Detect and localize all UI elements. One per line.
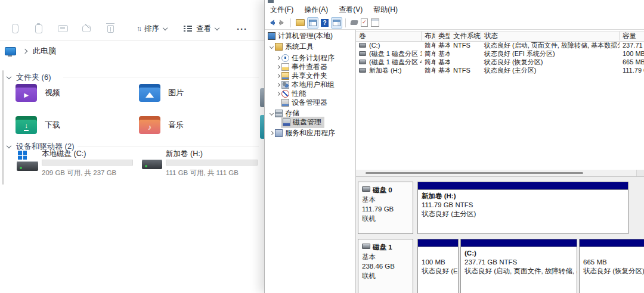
header-capacity[interactable]: 容量 (620, 32, 644, 40)
chevron-right-icon[interactable] (275, 66, 281, 68)
partition-status: 状态良好 (EFI 系统分区) (422, 267, 454, 276)
chevron-right-icon[interactable] (268, 132, 274, 135)
music-note-glyph-icon: ♪ (148, 123, 152, 132)
tree-item-system-tools[interactable]: 系统工具 (265, 42, 355, 51)
chevron-right-icon[interactable] (275, 57, 281, 60)
back-button[interactable] (267, 18, 276, 28)
sort-arrows-icon: ↑↓ (137, 24, 140, 33)
menu-bar: 文件(F) 操作(A) 查看(V) 帮助(H) (265, 4, 403, 15)
capacity-bar (166, 160, 258, 166)
header-status[interactable]: 状态 (481, 32, 620, 40)
show-console-tree-button[interactable] (307, 17, 318, 29)
windows-logo-icon (18, 151, 27, 160)
partition-efi[interactable]: 100 MB 状态良好 (EFI 系统分区) (417, 239, 459, 293)
rename-button[interactable] (55, 21, 70, 36)
folder-label: 图片 (168, 88, 184, 98)
header-type[interactable]: 类型 (435, 32, 450, 40)
copy-button[interactable] (31, 21, 47, 36)
volume-row-c[interactable]: (C:) 简单 基本 NTFS 状态良好 (启动, 页面文件, 故障转储, 基本… (356, 41, 644, 49)
folder-tile-downloads[interactable]: ↓ 下载 (16, 116, 60, 134)
tree-item-services-applications[interactable]: 服务和应用程序 (265, 129, 355, 138)
header-volume[interactable]: 卷 (356, 32, 422, 40)
up-one-level-button[interactable] (295, 18, 305, 28)
sort-button[interactable]: ↑↓ 排序 (131, 20, 172, 37)
partition-h[interactable]: 新加卷 (H:) 111.79 GB NTFS 状态良好 (主分区) (417, 182, 628, 234)
header-layout[interactable]: 布局 (422, 32, 435, 40)
menu-file[interactable]: 文件(F) (265, 4, 299, 16)
partition-title (583, 249, 644, 258)
volume-type: 基本 (435, 66, 450, 74)
volume-fs: NTFS (450, 66, 481, 74)
chevron-right-icon[interactable] (275, 92, 281, 95)
share-icon (82, 26, 91, 32)
help-button[interactable] (320, 18, 329, 28)
toolbar-separator (290, 18, 291, 27)
collapse-chevron-icon[interactable] (7, 143, 11, 148)
tree-item-device-manager[interactable]: 设备管理器 (265, 98, 355, 107)
partition-title: 新加卷 (H:) (422, 192, 624, 201)
chevron-down-icon[interactable] (268, 45, 274, 48)
menu-help[interactable]: 帮助(H) (368, 4, 403, 16)
this-pc-icon[interactable] (5, 47, 16, 55)
disk-icon (362, 244, 370, 249)
chevron-down-icon (163, 25, 168, 30)
collapse-chevron-icon[interactable] (7, 74, 11, 79)
volume-layout: 简单 (422, 58, 435, 66)
refresh-button[interactable] (350, 18, 358, 28)
folder-icon-sliver[interactable] (260, 88, 264, 107)
share-button[interactable] (79, 21, 94, 36)
chevron-right-icon[interactable] (275, 83, 281, 86)
folder-icon-sliver[interactable] (260, 115, 264, 139)
cut-button[interactable] (7, 21, 23, 36)
nav-pane-scrollbar[interactable] (2, 70, 4, 185)
partition-recovery[interactable]: 665 MB 状态良好 (恢复分区) (579, 239, 644, 293)
forward-button[interactable] (278, 18, 287, 28)
volume-row-h[interactable]: 新加卷 (H:) 简单 基本 NTFS 状态良好 (主分区) 111.79 GB (356, 66, 644, 74)
folder-tile-pictures[interactable]: 图片 (139, 84, 184, 102)
partition-c[interactable]: (C:) 237.71 GB NTFS 状态良好 (启动, 页面文件, 故障转储… (460, 239, 577, 293)
view-button[interactable]: 查看 (178, 20, 224, 37)
disk-size: 111.79 GB (362, 204, 411, 214)
menu-action[interactable]: 操作(A) (299, 4, 333, 16)
disk-type: 基本 (362, 252, 411, 261)
tree-item-event-viewer[interactable]: 事件查看器 (265, 63, 355, 71)
partition-info: 665 MB (583, 258, 644, 267)
console-tree: 计算机管理(本地) 系统工具 任务计划程序 事件查看器 (265, 30, 355, 293)
see-more-button[interactable]: ··· (231, 20, 253, 37)
chevron-down-icon[interactable] (268, 112, 274, 115)
tree-item-performance[interactable]: 性能 (265, 89, 355, 98)
volume-icon (359, 51, 366, 56)
folders-section-header[interactable]: 文件夹 (6) (7, 72, 51, 83)
tree-item-computer-management[interactable]: 计算机管理(本地) (265, 32, 355, 40)
volume-row-disk1-part1[interactable]: (磁盘 1 磁盘分区 1) 简单 基本 状态良好 (EFI 系统分区) 100 … (356, 49, 644, 58)
delete-button[interactable] (103, 21, 118, 36)
tree-item-task-scheduler[interactable]: 任务计划程序 (265, 54, 355, 63)
section-rule (78, 146, 259, 146)
system-tools-icon (275, 43, 283, 51)
volume-row-disk1-part4[interactable]: (磁盘 1 磁盘分区 4) 简单 基本 状态良好 (恢复分区) 665 MB (356, 58, 644, 66)
disk-1-label[interactable]: 磁盘 1 基本 238.46 GB 联机 (358, 239, 413, 293)
file-explorer-window: ↑↓ 排序 查看 ··· 此电脑 文件夹 (6) (0, 0, 265, 293)
chevron-right-icon[interactable] (275, 74, 281, 77)
breadcrumb-location[interactable]: 此电脑 (33, 46, 56, 57)
horizontal-scrollbar[interactable] (356, 170, 644, 176)
mountain-glyph-icon (145, 92, 154, 98)
disk-0-label[interactable]: 磁盘 0 基本 111.79 GB 联机 (358, 182, 413, 234)
address-bar[interactable]: 此电脑 (0, 40, 265, 62)
volume-icon (359, 68, 366, 73)
check-disk-button[interactable] (360, 18, 369, 28)
scrollbar-thumb[interactable] (366, 172, 583, 174)
properties-button[interactable] (370, 18, 380, 28)
header-filesystem[interactable]: 文件系统 (450, 32, 481, 40)
tree-item-shared-folders[interactable]: 共享文件夹 (265, 71, 355, 80)
tree-item-local-users-groups[interactable]: 本地用户和组 (265, 80, 355, 89)
menu-view[interactable]: 查看(V) (333, 4, 368, 16)
computer-management-window: 文件(F) 操作(A) 查看(V) 帮助(H) 计算机管理(本地) (264, 0, 644, 293)
show-action-pane-button[interactable] (331, 17, 342, 29)
tree-item-label: 设备管理器 (292, 98, 327, 108)
folder-tile-videos[interactable]: ▶ 视频 (16, 84, 60, 102)
task-scheduler-icon (281, 54, 289, 62)
volume-type: 基本 (435, 58, 450, 66)
folder-tile-music[interactable]: ♪ 音乐 (139, 116, 184, 134)
tree-item-disk-management[interactable]: 磁盘管理 (265, 118, 355, 127)
